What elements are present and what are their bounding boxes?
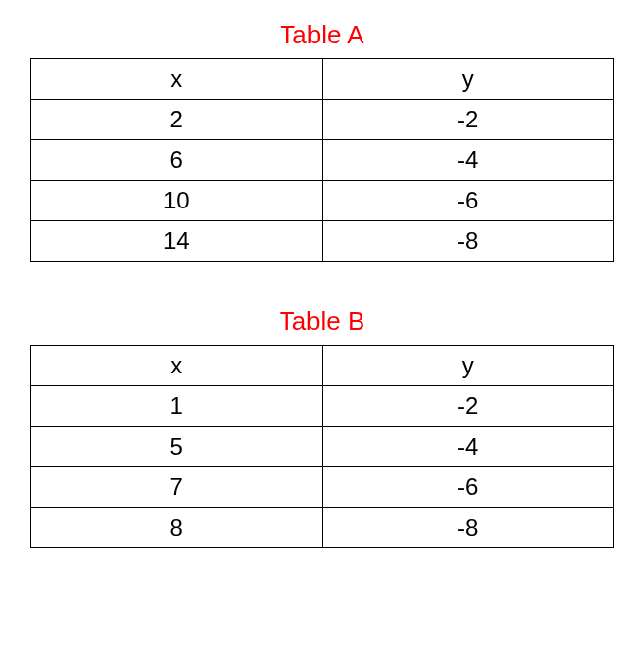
- table-cell: -2: [322, 386, 614, 427]
- table-header-x: x: [31, 346, 323, 386]
- table-header-x: x: [31, 59, 323, 100]
- table-a-title: Table A: [30, 20, 614, 50]
- table-cell: -2: [322, 100, 614, 140]
- table-row: x y: [31, 59, 614, 100]
- table-row: 6 -4: [31, 140, 614, 181]
- table-a: x y 2 -2 6 -4 10 -6 14 -8: [30, 58, 614, 262]
- table-header-y: y: [322, 59, 614, 100]
- table-b-title: Table B: [30, 306, 614, 337]
- table-b: x y 1 -2 5 -4 7 -6 8 -8: [30, 345, 614, 548]
- table-cell: -8: [322, 221, 614, 262]
- table-cell: 8: [31, 508, 323, 548]
- table-row: 5 -4: [31, 427, 614, 467]
- table-header-y: y: [322, 346, 614, 386]
- table-cell: 6: [31, 140, 323, 181]
- table-row: 8 -8: [31, 508, 614, 548]
- table-row: 7 -6: [31, 467, 614, 508]
- table-cell: -6: [322, 467, 614, 508]
- table-row: x y: [31, 346, 614, 386]
- table-b-section: Table B x y 1 -2 5 -4 7 -6 8 -8: [30, 306, 614, 548]
- table-row: 10 -6: [31, 181, 614, 221]
- table-row: 1 -2: [31, 386, 614, 427]
- table-cell: -4: [322, 140, 614, 181]
- table-cell: 10: [31, 181, 323, 221]
- table-cell: 7: [31, 467, 323, 508]
- table-a-section: Table A x y 2 -2 6 -4 10 -6 14 -8: [30, 20, 614, 262]
- table-cell: 2: [31, 100, 323, 140]
- table-cell: 14: [31, 221, 323, 262]
- table-row: 2 -2: [31, 100, 614, 140]
- table-cell: 1: [31, 386, 323, 427]
- table-cell: -6: [322, 181, 614, 221]
- table-row: 14 -8: [31, 221, 614, 262]
- table-cell: 5: [31, 427, 323, 467]
- table-cell: -4: [322, 427, 614, 467]
- table-cell: -8: [322, 508, 614, 548]
